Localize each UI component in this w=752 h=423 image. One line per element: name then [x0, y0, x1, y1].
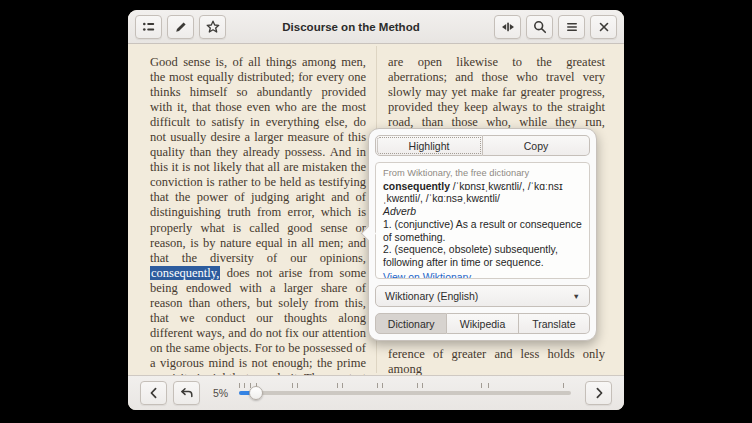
search-button[interactable]: [526, 15, 553, 39]
pencil-icon: [173, 19, 189, 35]
dictionary-source-select[interactable]: Wiktionary (English) ▼: [375, 285, 590, 307]
slider-handle[interactable]: [249, 386, 263, 400]
selection-actions: Highlight Copy: [375, 135, 590, 156]
dictionary-attribution: From Wiktionary, the free dictionary: [383, 167, 582, 180]
lookup-popover: Highlight Copy From Wiktionary, the free…: [368, 128, 597, 341]
undo-arrow-icon: [179, 385, 195, 401]
window-title: Discourse on the Method: [208, 21, 494, 33]
close-icon: [596, 19, 612, 35]
header-right-buttons: [494, 15, 617, 39]
progress-label: 5%: [213, 387, 228, 399]
dictionary-panel: From Wiktionary, the free dictionary con…: [375, 162, 590, 279]
page-slider[interactable]: [239, 376, 571, 410]
close-button[interactable]: [590, 15, 617, 39]
view-on-wiktionary-link[interactable]: View on Wiktionary: [383, 272, 471, 279]
header-bar: Discourse on the Method: [128, 10, 624, 44]
reader-column-left: Good sense is, of all things among men, …: [150, 55, 366, 410]
dictionary-part-of-speech: Adverb: [383, 206, 582, 219]
bookmarks-button[interactable]: [199, 15, 226, 39]
copy-button[interactable]: Copy: [483, 135, 590, 156]
star-icon: [205, 19, 221, 35]
dictionary-source-value: Wiktionary (English): [385, 290, 478, 302]
reader-column-right-fragment: ference of greater and less holds only a…: [388, 347, 605, 377]
tab-translate[interactable]: Translate: [519, 313, 590, 334]
slider-track[interactable]: [239, 391, 571, 395]
table-of-contents-icon: [141, 19, 157, 35]
dictionary-word: consequently: [383, 181, 450, 192]
dictionary-definition: 1. (conjunctive) As a result or conseque…: [383, 219, 582, 244]
contents-button[interactable]: [135, 15, 162, 39]
chevron-right-icon: [591, 385, 607, 401]
tab-wikipedia[interactable]: Wikipedia: [447, 313, 518, 334]
tab-dictionary[interactable]: Dictionary: [375, 313, 447, 334]
app-window: Discourse on the Method: [128, 10, 624, 410]
next-page-button[interactable]: [585, 381, 612, 405]
dictionary-definition: 2. (sequence, obsolete) subsequently, fo…: [383, 244, 582, 269]
reader-view: Good sense is, of all things among men, …: [128, 44, 624, 375]
menu-button[interactable]: [558, 15, 585, 39]
highlight-button[interactable]: Highlight: [375, 135, 483, 156]
chevron-down-icon: ▼: [573, 292, 580, 301]
annotations-button[interactable]: [167, 15, 194, 39]
back-history-button[interactable]: [173, 381, 200, 405]
chevron-left-icon: [146, 385, 162, 401]
locate-icon: [500, 19, 516, 35]
lookup-mode-tabs: Dictionary Wikipedia Translate: [375, 313, 590, 334]
navigation-bar: 5%: [128, 375, 624, 410]
hamburger-menu-icon: [564, 19, 580, 35]
paragraph-text: Good sense is, of all things among men, …: [150, 55, 366, 265]
dictionary-headword-line: consequently /ˈkɒnsɪˌkwɛntli/, /ˈkɑːnsɪˌ…: [383, 181, 582, 206]
selected-text[interactable]: consequently,: [150, 266, 220, 280]
locate-button[interactable]: [494, 15, 521, 39]
search-icon: [532, 19, 548, 35]
previous-page-button[interactable]: [140, 381, 167, 405]
